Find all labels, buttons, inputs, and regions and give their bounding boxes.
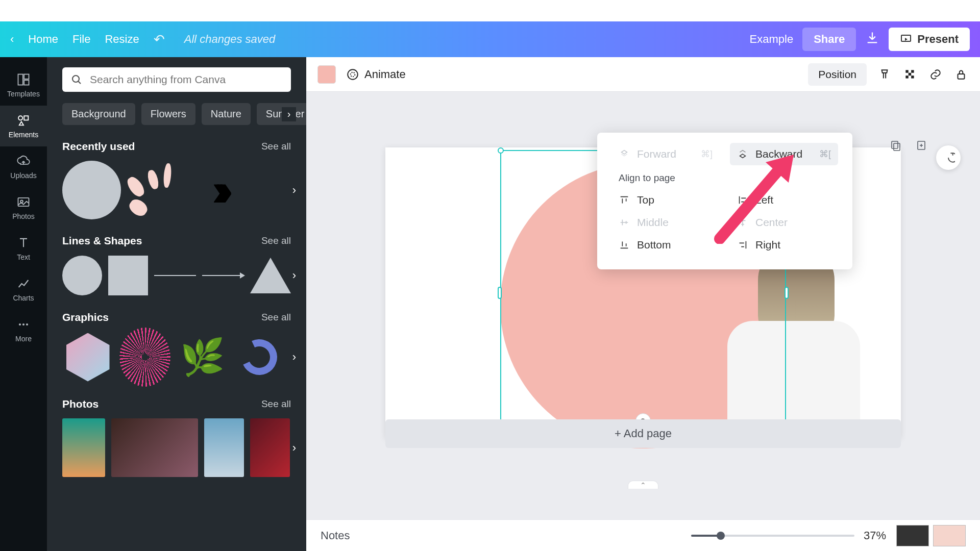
photos-scroll-right-icon[interactable]: ›	[292, 441, 296, 455]
present-button[interactable]: Present	[889, 28, 970, 51]
canvas-area: Animate Position	[306, 57, 980, 551]
svg-rect-5	[24, 116, 28, 120]
example-label[interactable]: Example	[750, 33, 794, 46]
context-toolbar: Animate Position	[306, 57, 980, 92]
rail-photos[interactable]: Photos	[0, 187, 47, 228]
rail-uploads[interactable]: Uploads	[0, 146, 47, 187]
rail-text[interactable]: Text	[0, 228, 47, 269]
shape-square[interactable]	[108, 256, 148, 295]
rail-charts[interactable]: Charts	[0, 269, 47, 310]
rail-more[interactable]: More	[0, 310, 47, 350]
svg-rect-17	[905, 76, 908, 78]
zoom-value: 37%	[864, 529, 886, 542]
svg-rect-20	[892, 141, 898, 148]
add-page-button[interactable]: + Add page	[385, 419, 901, 448]
svg-rect-14	[905, 70, 908, 72]
align-left[interactable]: Left	[730, 189, 838, 211]
notes-button[interactable]: Notes	[321, 529, 350, 542]
canvas-stage[interactable]: ⟳ + Add page Forward ⌘] Backward ⌘[ Alig…	[306, 92, 980, 519]
svg-point-4	[18, 116, 22, 120]
footer-bar: Notes 37%	[306, 519, 980, 551]
shape-triangle[interactable]	[250, 258, 291, 293]
menu-forward: Forward ⌘]	[611, 143, 720, 165]
shapes-scroll-right-icon[interactable]: ›	[292, 269, 296, 282]
suggestions-fab[interactable]	[936, 145, 961, 170]
menu-backward[interactable]: Backward ⌘[	[730, 143, 838, 165]
search-input[interactable]	[90, 73, 283, 86]
element-leaves[interactable]	[127, 161, 178, 219]
graphics-see-all[interactable]: See all	[261, 312, 291, 323]
chips-scroll-right-icon[interactable]: ›	[282, 107, 296, 121]
duplicate-page-icon[interactable]	[888, 138, 903, 153]
graphic-starburst[interactable]	[119, 332, 170, 383]
download-icon[interactable]	[865, 31, 879, 48]
resize-handle-ml[interactable]	[498, 287, 502, 299]
shape-line[interactable]	[154, 275, 196, 276]
back-chevron-icon[interactable]: ‹	[10, 33, 14, 46]
graphic-ring[interactable]	[234, 332, 285, 383]
side-rail: Templates Elements Uploads Photos Text C…	[0, 57, 47, 551]
section-photos-title: Photos	[62, 398, 99, 410]
rail-elements[interactable]: Elements	[0, 106, 47, 146]
align-right[interactable]: Right	[730, 234, 838, 256]
copy-style-icon[interactable]	[877, 67, 892, 82]
zoom-slider[interactable]	[691, 535, 854, 537]
resize-handle-mr[interactable]	[785, 287, 789, 299]
svg-rect-16	[909, 72, 911, 75]
chip-background[interactable]: Background	[62, 103, 135, 125]
elements-panel: Background Flowers Nature Summer › Recen…	[47, 57, 306, 551]
shape-arrow[interactable]	[202, 275, 244, 276]
zoom-knob[interactable]	[717, 532, 725, 540]
element-circle[interactable]	[62, 161, 121, 219]
link-icon[interactable]	[928, 67, 943, 82]
position-menu: Forward ⌘] Backward ⌘[ Align to page Top	[597, 133, 852, 269]
page-tools	[888, 138, 929, 153]
align-bottom[interactable]: Bottom	[611, 234, 720, 256]
recent-scroll-right-icon[interactable]: ›	[292, 184, 296, 197]
graphic-isometric[interactable]	[62, 332, 113, 383]
search-box[interactable]	[62, 67, 291, 92]
chip-flowers[interactable]: Flowers	[141, 103, 195, 125]
photo-thumb-3[interactable]	[204, 418, 244, 477]
bottom-collapse-handle[interactable]: ⌃	[628, 481, 658, 489]
chip-nature[interactable]: Nature	[202, 103, 251, 125]
svg-rect-15	[911, 70, 914, 72]
photos-see-all[interactable]: See all	[261, 398, 291, 410]
share-button[interactable]: Share	[802, 28, 856, 51]
search-icon	[70, 73, 83, 86]
animate-button[interactable]: Animate	[346, 68, 406, 81]
svg-rect-18	[911, 76, 914, 78]
svg-rect-19	[958, 73, 965, 79]
element-chevrons[interactable]: ›››	[184, 161, 261, 219]
graphic-plant[interactable]: 🌿	[177, 332, 228, 383]
svg-rect-0	[901, 35, 911, 41]
align-middle: Middle	[611, 211, 720, 234]
svg-point-12	[348, 69, 358, 80]
add-page-icon[interactable]	[914, 138, 929, 153]
file-menu[interactable]: File	[72, 33, 90, 46]
position-button[interactable]: Position	[808, 63, 867, 86]
align-top[interactable]: Top	[611, 189, 720, 211]
section-graphics-title: Graphics	[62, 311, 109, 323]
lock-icon[interactable]	[953, 67, 969, 82]
graphics-scroll-right-icon[interactable]: ›	[292, 350, 296, 364]
lines-see-all[interactable]: See all	[261, 235, 291, 246]
photo-thumb-4[interactable]	[250, 418, 290, 477]
align-to-page-label: Align to page	[619, 172, 838, 184]
resize-handle-tl[interactable]	[498, 147, 504, 154]
resize-menu[interactable]: Resize	[105, 33, 139, 46]
home-menu[interactable]: Home	[28, 33, 58, 46]
color-swatch[interactable]	[317, 65, 336, 84]
undo-icon[interactable]: ↶	[154, 32, 165, 47]
browser-chrome-spacer	[0, 0, 980, 21]
thumbnail-1[interactable]	[896, 525, 929, 546]
photo-thumb-1[interactable]	[62, 418, 105, 477]
photo-thumb-2[interactable]	[111, 418, 198, 477]
rail-templates[interactable]: Templates	[0, 65, 47, 106]
recent-see-all[interactable]: See all	[261, 141, 291, 152]
align-center: Center	[730, 211, 838, 234]
transparency-icon[interactable]	[902, 67, 918, 82]
svg-point-8	[19, 323, 21, 325]
thumbnail-2[interactable]	[933, 525, 966, 546]
shape-circle[interactable]	[62, 256, 102, 295]
